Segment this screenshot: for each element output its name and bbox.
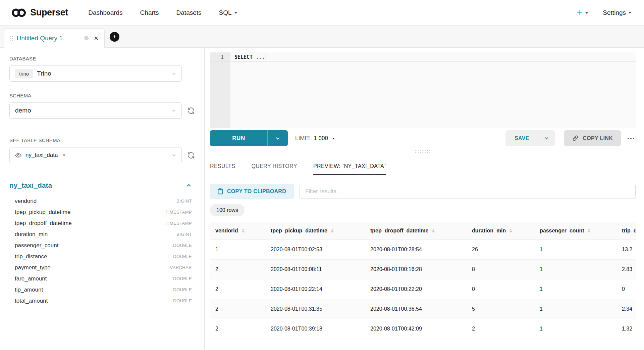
run-button[interactable]: RUN bbox=[210, 130, 267, 146]
unsaved-indicator bbox=[84, 36, 89, 40]
refresh-icon bbox=[187, 151, 195, 159]
results-controls: COPY TO CLIPBOARD bbox=[210, 184, 636, 199]
cell: 2.83 bbox=[616, 260, 636, 279]
cell: 2 bbox=[467, 319, 534, 339]
collapse-panel-button[interactable] bbox=[186, 183, 192, 188]
chevron-down-icon bbox=[172, 108, 176, 113]
cell: 2.34 bbox=[616, 299, 636, 319]
cell: 1 bbox=[534, 260, 616, 279]
chevron-down-icon bbox=[585, 12, 588, 14]
column-header-trip-distance[interactable]: trip_distance bbox=[616, 222, 636, 240]
copy-link-label: COPY LINK bbox=[583, 135, 613, 141]
database-engine-badge: trino bbox=[15, 69, 33, 78]
column-header-passenger-count[interactable]: passenger_count bbox=[534, 222, 616, 240]
drag-handle-icon[interactable] bbox=[10, 36, 13, 41]
filter-results-input[interactable] bbox=[300, 184, 636, 199]
ellipsis-icon bbox=[630, 138, 632, 139]
column-item: tip_amount DOUBLE bbox=[9, 284, 195, 295]
sort-icon bbox=[509, 229, 512, 233]
nav-charts[interactable]: Charts bbox=[140, 9, 159, 16]
tab-query-history[interactable]: QUERY HISTORY bbox=[251, 158, 297, 175]
cell: 2 bbox=[210, 319, 265, 339]
database-select[interactable]: trino Trino bbox=[9, 65, 182, 82]
cell: 2 bbox=[210, 279, 265, 299]
cell: 8 bbox=[467, 260, 534, 279]
column-item: fare_amount DOUBLE bbox=[9, 273, 195, 284]
query-tab[interactable]: Untitled Query 1 × bbox=[4, 28, 105, 48]
column-type: VARCHAR bbox=[170, 265, 192, 270]
table-row: 2 2020-08-01T00:31:35 2020-08-01T00:36:5… bbox=[210, 299, 636, 319]
limit-dropdown[interactable]: LIMIT: 1 000 bbox=[295, 135, 335, 142]
nav-dashboards[interactable]: Dashboards bbox=[88, 9, 122, 16]
copy-link-button[interactable]: COPY LINK bbox=[564, 130, 621, 146]
table-select[interactable]: ny_taxi_data × bbox=[9, 147, 182, 163]
settings-label: Settings bbox=[603, 9, 626, 16]
tab-results[interactable]: RESULTS bbox=[210, 158, 235, 175]
table-header-row: vendorid tpep_pickup_datetime tpep_dropo… bbox=[210, 222, 636, 240]
column-item: tpep_pickup_datetime TIMESTAMP bbox=[9, 207, 195, 218]
refresh-schemas-button[interactable] bbox=[187, 107, 195, 115]
schema-select[interactable]: demo bbox=[9, 102, 182, 119]
plus-icon: + bbox=[577, 8, 583, 18]
column-name: payment_type bbox=[15, 264, 51, 271]
cell: 2020-08-01T00:39:18 bbox=[265, 319, 365, 339]
save-options-button[interactable] bbox=[538, 130, 555, 146]
schema-label: SCHEMA bbox=[9, 93, 195, 98]
column-header-dropoff[interactable]: tpep_dropoff_datetime bbox=[365, 222, 467, 240]
add-tab-button[interactable]: + bbox=[110, 32, 119, 42]
see-table-schema-label: SEE TABLE SCHEMA bbox=[9, 137, 195, 143]
nav-sql[interactable]: SQL bbox=[219, 9, 237, 16]
table-row: 2 2020-08-01T00:39:18 2020-08-01T00:42:0… bbox=[210, 319, 636, 339]
cell: 1.32 bbox=[616, 319, 636, 339]
column-type: DOUBLE bbox=[173, 287, 192, 292]
superset-logo[interactable]: Superset bbox=[11, 7, 68, 18]
infinity-logo-icon bbox=[11, 8, 26, 18]
line-number: 1 bbox=[221, 54, 224, 60]
copy-to-clipboard-button[interactable]: COPY TO CLIPBOARD bbox=[210, 184, 294, 199]
column-name: tip_amount bbox=[15, 287, 43, 293]
column-type: BIGINT bbox=[176, 199, 192, 204]
navbar-right: + Settings bbox=[577, 8, 631, 18]
cell: 1 bbox=[534, 279, 616, 299]
close-icon[interactable]: × bbox=[94, 35, 98, 42]
column-name: fare_amount bbox=[15, 275, 47, 282]
main-nav: Dashboards Charts Datasets SQL bbox=[88, 9, 237, 16]
sql-editor[interactable]: 1 SELECT... bbox=[210, 52, 636, 128]
code-area[interactable]: SELECT... bbox=[230, 52, 636, 128]
schema-value: demo bbox=[15, 107, 31, 114]
column-header-vendorid[interactable]: vendorid bbox=[210, 222, 265, 240]
column-type: TIMESTAMP bbox=[166, 210, 192, 215]
sort-icon bbox=[331, 229, 334, 233]
cell: 5 bbox=[467, 299, 534, 319]
remove-table-icon[interactable]: × bbox=[62, 152, 65, 158]
refresh-tables-button[interactable] bbox=[187, 151, 195, 159]
cell: 13.2 bbox=[616, 240, 636, 260]
column-item: tpep_dropoff_datetime TIMESTAMP bbox=[9, 218, 195, 229]
tab-preview[interactable]: PREVIEW: `NY_TAXI_DATA` bbox=[313, 158, 386, 175]
column-name: tpep_dropoff_datetime bbox=[15, 220, 72, 227]
column-type: DOUBLE bbox=[173, 298, 192, 303]
sort-icon bbox=[242, 229, 245, 233]
cell: 26 bbox=[467, 240, 534, 260]
cell: 2020-08-01T00:08:11 bbox=[265, 260, 365, 279]
sql-keyword: SELECT bbox=[234, 54, 253, 60]
chevron-down-icon bbox=[332, 138, 335, 139]
column-header-pickup[interactable]: tpep_pickup_datetime bbox=[265, 222, 365, 240]
table-schema-title: ny_taxi_data bbox=[9, 181, 52, 189]
cell: 2020-08-01T00:02:53 bbox=[265, 240, 365, 260]
nav-datasets[interactable]: Datasets bbox=[176, 9, 202, 16]
text-cursor bbox=[266, 54, 266, 60]
column-header-duration[interactable]: duration_min bbox=[467, 222, 534, 240]
table-row-select: ny_taxi_data × bbox=[9, 147, 195, 163]
ellipsis-icon bbox=[633, 138, 634, 139]
new-item-menu[interactable]: + bbox=[577, 8, 588, 18]
sort-icon bbox=[588, 229, 590, 233]
pane-resize-handle[interactable] bbox=[210, 149, 636, 154]
more-options-button[interactable] bbox=[626, 135, 636, 142]
run-options-button[interactable] bbox=[267, 130, 288, 146]
save-button[interactable]: SAVE bbox=[505, 130, 538, 146]
column-item: trip_distance DOUBLE bbox=[9, 251, 195, 262]
column-item: total_amount DOUBLE bbox=[9, 295, 195, 306]
sort-icon bbox=[432, 229, 435, 233]
settings-menu[interactable]: Settings bbox=[603, 9, 631, 16]
